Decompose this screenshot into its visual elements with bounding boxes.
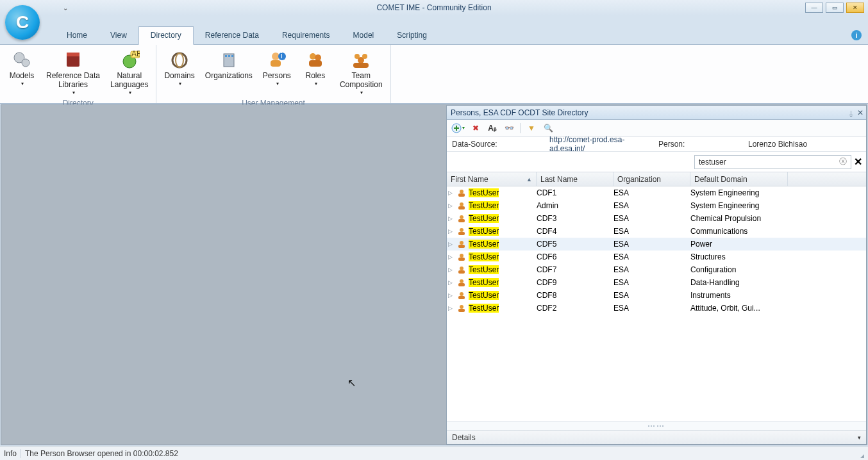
expand-icon[interactable]: ▷ — [448, 267, 456, 273]
cell-first-name: TestUser — [467, 214, 537, 223]
details-footer[interactable]: Details ▾ — [447, 430, 866, 444]
resize-grip-icon[interactable] — [860, 454, 864, 458]
svg-point-22 — [358, 57, 364, 63]
persons-label: Persons — [263, 72, 291, 81]
svg-point-18 — [315, 54, 321, 61]
cell-organization: ESA — [613, 278, 690, 287]
datasource-value: http://comet-prod.esa-ad.esa.int/ — [549, 135, 658, 153]
svg-rect-30 — [458, 206, 465, 209]
natural-languages-button[interactable]: ABC Natural Languages▾ — [106, 46, 152, 98]
window-title: COMET IME - Community Edition — [376, 3, 491, 12]
empty-workspace — [1, 105, 446, 445]
domain-icon — [169, 49, 190, 70]
col-last-name[interactable]: Last Name — [537, 172, 613, 186]
svg-point-33 — [460, 228, 463, 232]
minimize-button[interactable]: — — [805, 3, 823, 13]
pin-icon[interactable]: ⍊ — [849, 108, 853, 117]
cell-last-name: CDF6 — [537, 252, 613, 261]
table-row[interactable]: ▷TestUserCDF4ESACommunications — [447, 225, 866, 238]
cell-last-name: CDF3 — [537, 214, 613, 223]
roles-button[interactable]: Roles▾ — [297, 46, 333, 89]
zoom-button[interactable]: 🔍 — [542, 122, 554, 134]
close-panel-icon[interactable]: ✕ — [857, 108, 864, 117]
panel-header[interactable]: Persons, ESA CDF OCDT Site Directory ⍊ ✕ — [447, 106, 866, 120]
table-row[interactable]: ▷TestUserCDF8ESAInstruments — [447, 289, 866, 302]
persons-button[interactable]: i Persons▾ — [259, 46, 295, 89]
expand-icon[interactable]: ▷ — [448, 202, 456, 209]
tab-view[interactable]: View — [99, 27, 138, 44]
roles-label: Roles — [306, 72, 326, 81]
expand-icon[interactable]: ▷ — [448, 241, 456, 247]
table-row[interactable]: ▷TestUserCDF9ESAData-Handling — [447, 276, 866, 289]
main-area: ↖ Persons, ESA CDF OCDT Site Directory ⍊… — [1, 104, 867, 445]
tab-requirements[interactable]: Requirements — [271, 27, 342, 44]
expand-icon[interactable]: ▷ — [448, 190, 456, 196]
find-button[interactable]: 👓 — [503, 122, 515, 134]
person-icon — [456, 227, 467, 236]
svg-point-35 — [460, 241, 463, 245]
expand-icon[interactable]: ▷ — [448, 279, 456, 286]
help-icon[interactable]: i — [851, 30, 862, 40]
expand-icon[interactable]: ▷ — [448, 254, 456, 260]
grid-header: First Name▲ Last Name Organization Defau… — [447, 172, 866, 186]
reference-data-libraries-button[interactable]: Reference Data Libraries▾ — [42, 46, 104, 98]
expand-icon[interactable]: ▷ — [448, 292, 456, 299]
svg-point-43 — [460, 292, 463, 296]
gears-icon — [11, 49, 33, 70]
col-organization[interactable]: Organization — [613, 172, 690, 186]
svg-rect-38 — [458, 258, 465, 261]
cell-first-name: TestUser — [467, 240, 537, 249]
cell-last-name: CDF1 — [537, 188, 613, 197]
tab-scripting[interactable]: Scripting — [385, 27, 438, 44]
table-row[interactable]: ▷TestUserCDF6ESAStructures — [447, 251, 866, 263]
cell-default-domain: Data-Handling — [690, 278, 788, 287]
expand-icon[interactable]: ▷ — [448, 228, 456, 234]
svg-rect-28 — [458, 193, 465, 197]
domains-button[interactable]: Domains▾ — [160, 46, 198, 89]
expand-icon[interactable]: ▷ — [448, 305, 456, 311]
table-row[interactable]: ▷TestUserAdminESASystem Engineering — [447, 199, 866, 212]
col-default-domain[interactable]: Default Domain — [690, 172, 788, 186]
col-first-name[interactable]: First Name▲ — [447, 172, 537, 186]
organizations-button[interactable]: Organizations — [201, 46, 256, 83]
filter-button[interactable]: ▼ — [526, 122, 537, 134]
add-button[interactable]: ▾ — [451, 122, 465, 134]
close-button[interactable]: ✕ — [846, 3, 864, 13]
search-input[interactable] — [694, 155, 851, 169]
close-search-icon[interactable]: ✕ — [854, 156, 862, 168]
svg-rect-23 — [353, 63, 369, 68]
cell-last-name: CDF8 — [537, 291, 613, 300]
delete-button[interactable]: ✖ — [470, 122, 481, 134]
ribbon-group-directory: Models▾ Reference Data Libraries▾ ABC Na… — [0, 45, 156, 103]
cell-first-name: TestUser — [467, 291, 537, 300]
highlight-button[interactable]: Aᵦ — [487, 122, 498, 134]
titlebar: C ⌄ COMET IME - Community Edition — ▭ ✕ — [0, 0, 868, 15]
details-label: Details — [452, 433, 476, 442]
table-row[interactable]: ▷TestUserCDF1ESASystem Engineering — [447, 186, 866, 199]
restore-button[interactable]: ▭ — [826, 3, 844, 13]
cell-first-name: TestUser — [467, 188, 537, 197]
ribbon-tabs: Home View Directory Reference Data Requi… — [0, 15, 868, 45]
grip-row[interactable]: ⋯⋯ — [447, 421, 866, 430]
app-logo[interactable]: C — [5, 5, 51, 41]
table-row[interactable]: ▷TestUserCDF2ESAAttitude, Orbit, Gui... — [447, 302, 866, 315]
table-row[interactable]: ▷TestUserCDF7ESAConfiguration — [447, 263, 866, 276]
cell-first-name: TestUser — [467, 227, 537, 236]
svg-text:ABC: ABC — [131, 50, 140, 58]
models-button[interactable]: Models▾ — [4, 46, 40, 89]
tab-home[interactable]: Home — [55, 27, 99, 44]
chevron-down-icon: ▾ — [858, 434, 861, 441]
person-value: Lorenzo Bichisao — [748, 140, 807, 149]
expand-icon[interactable]: ▷ — [448, 215, 456, 222]
cell-default-domain: Attitude, Orbit, Gui... — [690, 304, 788, 313]
search-row: ⓧ ✕ — [447, 152, 866, 172]
team-composition-button[interactable]: Team Composition▾ — [336, 46, 387, 98]
cell-organization: ESA — [613, 240, 690, 249]
tab-reference-data[interactable]: Reference Data — [194, 27, 271, 44]
clear-search-icon[interactable]: ⓧ — [837, 156, 849, 168]
table-row[interactable]: ▷TestUserCDF5ESAPower — [447, 238, 866, 251]
table-row[interactable]: ▷TestUserCDF3ESAChemical Propulsion — [447, 212, 866, 225]
tab-directory[interactable]: Directory — [138, 26, 194, 45]
svg-rect-32 — [458, 219, 465, 222]
tab-model[interactable]: Model — [342, 27, 386, 44]
